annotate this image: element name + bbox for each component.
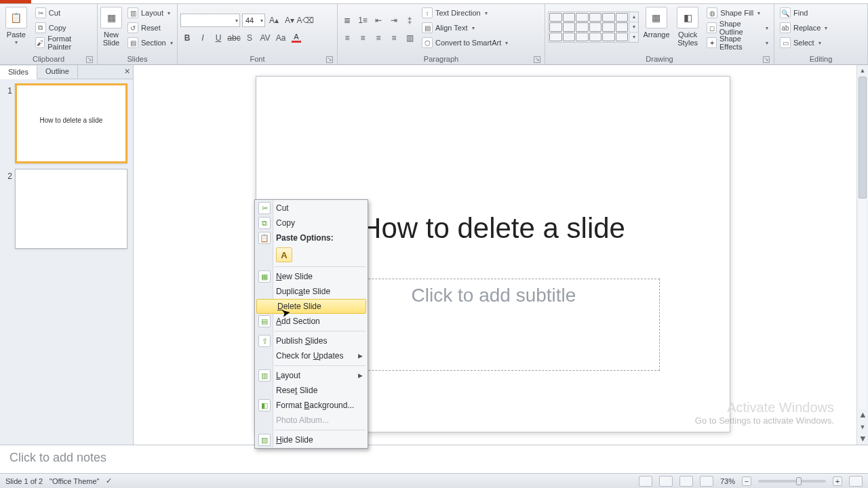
font-name-combo[interactable] [180,14,240,27]
cut-button[interactable]: ✂Cut [33,6,94,20]
numbering-button[interactable]: 1≡ [356,14,370,27]
shrink-font-icon[interactable]: A▾ [283,14,296,27]
char-spacing-button[interactable]: AV [258,31,272,45]
dialog-launcher-icon[interactable]: ↘ [534,56,540,63]
thumbnail-1[interactable]: 1 How to delete a slide [3,83,130,163]
slideshow-view-button[interactable] [700,476,713,487]
prev-slide-icon[interactable]: ⯅ [857,410,868,422]
new-slide-button[interactable]: ▦ New Slide [100,5,122,50]
change-case-button[interactable]: Aa [274,31,288,45]
panel-close-button[interactable]: ✕ [121,65,133,79]
ctx-duplicate-slide[interactable]: Duplicate Slide [256,284,367,299]
ctx-copy[interactable]: ⧉Copy [256,216,367,230]
shape-fill-button[interactable]: ◍Shape Fill [704,6,771,20]
zoom-knob[interactable] [796,477,802,485]
group-label: Drawing [646,55,673,63]
replace-button[interactable]: abReplace [777,21,830,35]
scroll-up-icon[interactable]: ▲ [857,65,868,77]
sorter-view-button[interactable] [659,476,673,487]
shadow-button[interactable]: S [243,31,256,45]
scroll-thumb[interactable] [859,77,867,199]
notes-placeholder: Click to add notes [9,451,106,464]
group-editing: 🔍Find abReplace ▭Select Editing [774,4,868,64]
subtitle-placeholder[interactable]: Click to add subtitle [328,279,660,371]
panel-tabs: Slides Outline ✕ [0,65,133,79]
dialog-launcher-icon[interactable]: ↘ [326,56,333,63]
ctx-delete-slide[interactable]: Delete Slide [256,299,366,314]
ctx-add-section[interactable]: ▤Add Section [256,314,367,329]
thumbnail-slide[interactable] [15,169,127,249]
home-tab[interactable] [31,0,77,3]
layout-button[interactable]: ▥Layout [125,6,176,20]
section-button[interactable]: ▤Section [125,36,176,49]
tab-outline[interactable]: Outline [37,65,78,79]
vertical-scrollbar[interactable]: ▲ ⯅ ▼ ⯆ [856,65,868,445]
fit-to-window-button[interactable] [849,476,863,487]
ctx-check-updates[interactable]: Check for Updates▶ [256,348,367,363]
grow-font-icon[interactable]: A▴ [267,14,281,27]
font-size-combo[interactable]: 44 [242,14,265,27]
paste-button[interactable]: 📋 Paste ▾ [3,5,30,50]
ctx-reset-slide[interactable]: Reset Slide [256,383,367,398]
bullets-button[interactable]: ≣ [340,14,354,27]
format-painter-button[interactable]: 🖌Format Painter [33,36,94,49]
shape-effects-button[interactable]: ✦Shape Effects [704,36,771,49]
dialog-launcher-icon[interactable]: ↘ [86,56,93,63]
quick-styles-button[interactable]: ◧Quick Styles [674,5,701,50]
line-spacing-button[interactable]: ‡ [403,14,416,27]
align-center-button[interactable]: ≡ [356,31,370,45]
bold-button[interactable]: B [180,31,194,45]
section-icon: ▤ [258,315,271,327]
smartart-button[interactable]: ⬡Convert to SmartArt [419,36,511,49]
shapes-gallery[interactable] [548,12,629,43]
arrange-button[interactable]: ▦Arrange [642,5,671,50]
align-text-button[interactable]: ▤Align Text [419,21,511,35]
ctx-format-background[interactable]: ◧Format Background... [256,398,367,413]
underline-button[interactable]: U [212,31,225,45]
next-slide-icon[interactable]: ⯆ [857,433,868,445]
text-direction-label: Text Direction [435,9,481,17]
group-drawing: ▴▾▾ ▦Arrange ◧Quick Styles ◍Shape Fill ◻… [545,4,774,64]
find-button[interactable]: 🔍Find [777,6,830,20]
copy-button[interactable]: ⧉Copy [33,21,94,35]
ctx-cut[interactable]: ✂Cut [256,201,367,216]
reset-button[interactable]: ↺Reset [125,21,176,35]
align-left-button[interactable]: ≡ [340,31,354,45]
italic-button[interactable]: I [196,31,210,45]
align-right-button[interactable]: ≡ [372,31,385,45]
zoom-slider[interactable] [758,480,826,483]
font-color-button[interactable]: A [290,31,303,45]
ctx-layout[interactable]: ▥Layout▶ [256,368,367,383]
zoom-out-button[interactable]: − [742,476,751,486]
reset-icon: ↺ [127,22,138,33]
section-label: Section [141,39,166,47]
strike-button[interactable]: abc [227,31,241,45]
normal-view-button[interactable] [639,476,652,487]
group-label: Paragraph [424,55,458,63]
file-tab[interactable] [0,0,31,3]
ctx-publish-slides[interactable]: ⇪Publish Slides [256,333,367,348]
status-slide-count: Slide 1 of 2 [5,477,43,485]
scroll-down-icon[interactable]: ▼ [857,422,868,433]
ctx-hide-slide[interactable]: ▨Hide Slide [256,432,367,447]
ctx-new-slide[interactable]: ▦New Slide [256,269,367,284]
dialog-launcher-icon[interactable]: ↘ [763,56,770,63]
gallery-scroll[interactable]: ▴▾▾ [629,12,639,43]
reading-view-button[interactable] [679,476,693,487]
thumbnail-2[interactable]: 2 [3,169,130,249]
shape-outline-button[interactable]: ◻Shape Outline [704,21,771,35]
text-direction-button[interactable]: ↕Text Direction [419,6,511,20]
columns-button[interactable]: ▥ [403,31,416,45]
zoom-percent[interactable]: 73% [720,477,735,485]
paste-keep-formatting-button[interactable]: A [276,247,292,262]
dec-indent-button[interactable]: ⇤ [372,14,385,27]
spellcheck-icon[interactable]: ✓ [106,476,112,485]
inc-indent-button[interactable]: ⇥ [387,14,401,27]
clear-format-icon[interactable]: A⌫ [298,14,312,27]
justify-button[interactable]: ≡ [387,31,401,45]
thumbnail-slide[interactable]: How to delete a slide [15,83,127,163]
select-button[interactable]: ▭Select [777,36,830,49]
zoom-in-button[interactable]: + [833,476,842,486]
tab-slides[interactable]: Slides [0,66,37,79]
notes-pane[interactable]: Click to add notes [0,445,868,473]
